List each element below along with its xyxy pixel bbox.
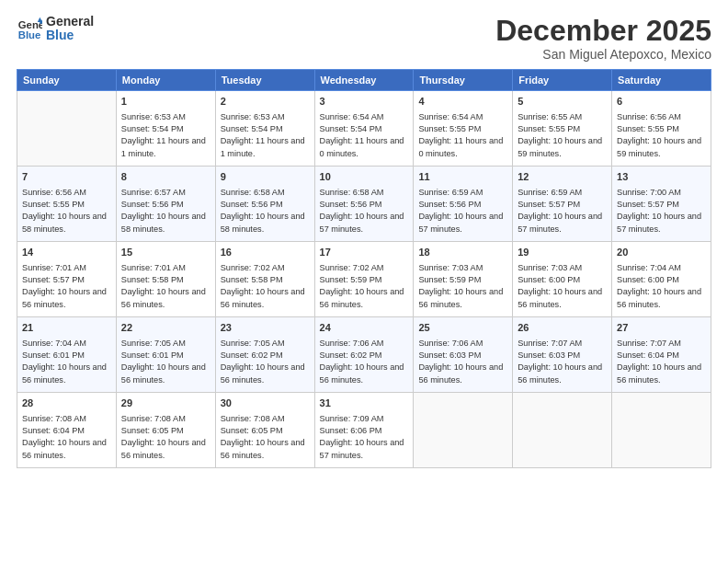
calendar-cell: 31Sunrise: 7:09 AMSunset: 6:06 PMDayligh…	[314, 393, 414, 468]
calendar-cell: 2Sunrise: 6:53 AMSunset: 5:54 PMDaylight…	[215, 91, 314, 167]
calendar-cell: 15Sunrise: 7:01 AMSunset: 5:58 PMDayligh…	[116, 242, 215, 317]
day-number: 24	[320, 321, 409, 335]
calendar-cell: 25Sunrise: 7:06 AMSunset: 6:03 PMDayligh…	[414, 317, 513, 393]
day-info: Sunrise: 6:53 AMSunset: 5:54 PMDaylight:…	[221, 111, 310, 160]
calendar-cell: 12Sunrise: 6:59 AMSunset: 5:57 PMDayligh…	[513, 167, 612, 242]
page-container: General Blue General Blue December 2025 …	[0, 0, 728, 477]
day-info: Sunrise: 6:53 AMSunset: 5:54 PMDaylight:…	[121, 111, 210, 160]
weekday-header-wednesday: Wednesday	[314, 70, 414, 91]
logo-line1: General	[46, 15, 94, 29]
day-info: Sunrise: 6:56 AMSunset: 5:55 PMDaylight:…	[617, 111, 706, 160]
day-number: 30	[221, 396, 310, 410]
calendar-cell: 5Sunrise: 6:55 AMSunset: 5:55 PMDaylight…	[513, 91, 612, 167]
day-info: Sunrise: 7:04 AMSunset: 6:00 PMDaylight:…	[617, 262, 706, 311]
day-info: Sunrise: 6:55 AMSunset: 5:55 PMDaylight:…	[518, 111, 607, 160]
day-number: 22	[121, 321, 210, 335]
day-number: 12	[518, 170, 607, 184]
calendar-cell: 10Sunrise: 6:58 AMSunset: 5:56 PMDayligh…	[314, 167, 414, 242]
day-info: Sunrise: 6:58 AMSunset: 5:56 PMDaylight:…	[320, 187, 409, 236]
day-number: 28	[22, 396, 111, 410]
day-number: 26	[518, 321, 607, 335]
day-number: 15	[121, 246, 210, 259]
calendar-cell: 13Sunrise: 7:00 AMSunset: 5:57 PMDayligh…	[612, 167, 711, 242]
weekday-header-thursday: Thursday	[414, 70, 513, 91]
day-info: Sunrise: 7:06 AMSunset: 6:03 PMDaylight:…	[418, 338, 507, 386]
week-row-1: 7Sunrise: 6:56 AMSunset: 5:55 PMDaylight…	[17, 167, 711, 242]
day-number: 19	[518, 246, 607, 259]
calendar-cell	[414, 393, 513, 468]
day-number: 27	[617, 321, 706, 335]
day-number: 18	[418, 246, 507, 259]
day-number: 21	[22, 321, 111, 335]
day-info: Sunrise: 7:05 AMSunset: 6:01 PMDaylight:…	[121, 338, 210, 386]
calendar-cell: 20Sunrise: 7:04 AMSunset: 6:00 PMDayligh…	[612, 242, 711, 317]
day-number: 2	[221, 95, 310, 109]
day-info: Sunrise: 7:08 AMSunset: 6:04 PMDaylight:…	[22, 413, 111, 462]
month-title: December 2025	[495, 15, 711, 47]
calendar-cell: 21Sunrise: 7:04 AMSunset: 6:01 PMDayligh…	[17, 317, 117, 393]
day-number: 3	[320, 95, 409, 109]
svg-text:Blue: Blue	[18, 29, 41, 40]
day-info: Sunrise: 6:54 AMSunset: 5:55 PMDaylight:…	[418, 111, 507, 160]
weekday-header-sunday: Sunday	[17, 70, 117, 91]
weekday-header-tuesday: Tuesday	[215, 70, 314, 91]
calendar-cell	[612, 393, 711, 468]
day-info: Sunrise: 6:54 AMSunset: 5:54 PMDaylight:…	[320, 111, 409, 160]
day-number: 7	[22, 170, 111, 184]
day-number: 1	[121, 95, 210, 109]
calendar-cell: 7Sunrise: 6:56 AMSunset: 5:55 PMDaylight…	[17, 167, 117, 242]
calendar-cell: 26Sunrise: 7:07 AMSunset: 6:03 PMDayligh…	[513, 317, 612, 393]
calendar-cell	[513, 393, 612, 468]
header: General Blue General Blue December 2025 …	[17, 15, 711, 62]
day-number: 9	[221, 170, 310, 184]
day-info: Sunrise: 7:02 AMSunset: 5:58 PMDaylight:…	[221, 262, 310, 311]
day-info: Sunrise: 7:01 AMSunset: 5:57 PMDaylight:…	[22, 262, 111, 311]
week-row-3: 21Sunrise: 7:04 AMSunset: 6:01 PMDayligh…	[17, 317, 711, 393]
calendar-cell: 19Sunrise: 7:03 AMSunset: 6:00 PMDayligh…	[513, 242, 612, 317]
location: San Miguel Atepoxco, Mexico	[495, 47, 711, 62]
day-info: Sunrise: 7:05 AMSunset: 6:02 PMDaylight:…	[221, 338, 310, 386]
day-info: Sunrise: 6:56 AMSunset: 5:55 PMDaylight:…	[22, 187, 111, 236]
title-block: December 2025 San Miguel Atepoxco, Mexic…	[495, 15, 711, 62]
day-info: Sunrise: 7:06 AMSunset: 6:02 PMDaylight:…	[320, 338, 409, 386]
day-number: 8	[121, 170, 210, 184]
day-info: Sunrise: 6:57 AMSunset: 5:56 PMDaylight:…	[121, 187, 210, 236]
day-info: Sunrise: 7:09 AMSunset: 6:06 PMDaylight:…	[320, 413, 409, 462]
day-number: 17	[320, 246, 409, 259]
day-info: Sunrise: 6:58 AMSunset: 5:56 PMDaylight:…	[221, 187, 310, 236]
day-number: 20	[617, 246, 706, 259]
calendar-cell: 23Sunrise: 7:05 AMSunset: 6:02 PMDayligh…	[215, 317, 314, 393]
weekday-header-friday: Friday	[513, 70, 612, 91]
week-row-4: 28Sunrise: 7:08 AMSunset: 6:04 PMDayligh…	[17, 393, 711, 468]
day-number: 6	[617, 95, 706, 109]
day-info: Sunrise: 7:08 AMSunset: 6:05 PMDaylight:…	[121, 413, 210, 462]
weekday-header-saturday: Saturday	[612, 70, 711, 91]
day-info: Sunrise: 7:04 AMSunset: 6:01 PMDaylight:…	[22, 338, 111, 386]
calendar-cell: 18Sunrise: 7:03 AMSunset: 5:59 PMDayligh…	[414, 242, 513, 317]
day-number: 31	[320, 396, 409, 410]
weekday-header-row: SundayMondayTuesdayWednesdayThursdayFrid…	[17, 70, 711, 91]
calendar-cell: 28Sunrise: 7:08 AMSunset: 6:04 PMDayligh…	[17, 393, 117, 468]
day-info: Sunrise: 6:59 AMSunset: 5:57 PMDaylight:…	[518, 187, 607, 236]
calendar-table: SundayMondayTuesdayWednesdayThursdayFrid…	[17, 69, 711, 468]
logo: General Blue General Blue	[17, 15, 94, 43]
day-number: 11	[418, 170, 507, 184]
calendar-cell: 9Sunrise: 6:58 AMSunset: 5:56 PMDaylight…	[215, 167, 314, 242]
calendar-cell: 27Sunrise: 7:07 AMSunset: 6:04 PMDayligh…	[612, 317, 711, 393]
logo-line2: Blue	[46, 29, 94, 42]
calendar-cell: 4Sunrise: 6:54 AMSunset: 5:55 PMDaylight…	[414, 91, 513, 167]
calendar-cell: 6Sunrise: 6:56 AMSunset: 5:55 PMDaylight…	[612, 91, 711, 167]
day-number: 25	[418, 321, 507, 335]
day-number: 4	[418, 95, 507, 109]
day-number: 23	[221, 321, 310, 335]
day-number: 16	[221, 246, 310, 259]
calendar-cell	[17, 91, 117, 167]
weekday-header-monday: Monday	[116, 70, 215, 91]
calendar-cell: 1Sunrise: 6:53 AMSunset: 5:54 PMDaylight…	[116, 91, 215, 167]
calendar-cell: 29Sunrise: 7:08 AMSunset: 6:05 PMDayligh…	[116, 393, 215, 468]
day-info: Sunrise: 7:00 AMSunset: 5:57 PMDaylight:…	[617, 187, 706, 236]
day-info: Sunrise: 7:07 AMSunset: 6:04 PMDaylight:…	[617, 338, 706, 386]
day-number: 14	[22, 246, 111, 259]
day-number: 5	[518, 95, 607, 109]
calendar-cell: 16Sunrise: 7:02 AMSunset: 5:58 PMDayligh…	[215, 242, 314, 317]
